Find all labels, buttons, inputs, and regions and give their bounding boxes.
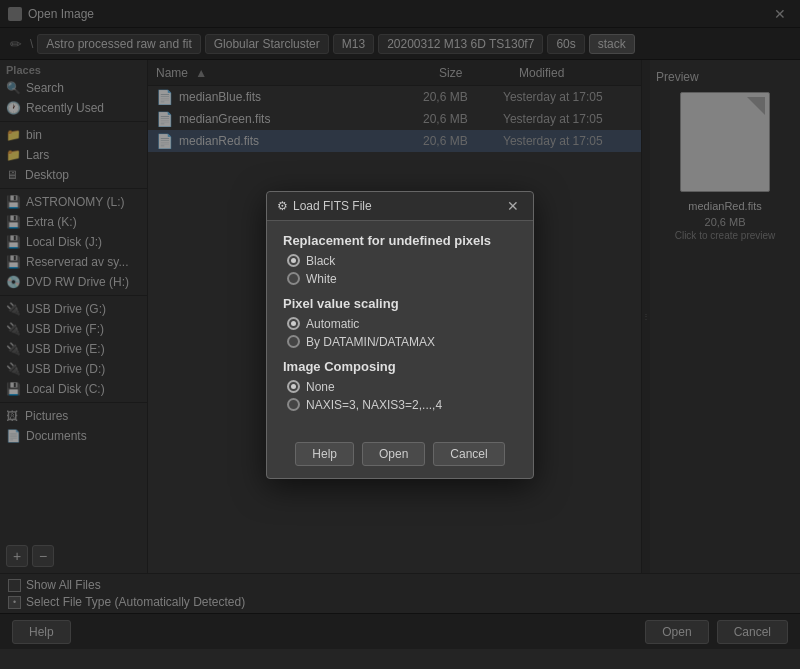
radio-naxis[interactable]: NAXIS=3, NAXIS3=2,...,4 xyxy=(287,398,517,412)
radio-automatic[interactable]: Automatic xyxy=(287,317,517,331)
radio-datamin-btn[interactable] xyxy=(287,335,300,348)
modal-close-button[interactable]: ✕ xyxy=(503,198,523,214)
modal-section-2-title: Image Composing xyxy=(283,359,517,374)
modal-section-1-options: Automatic By DATAMIN/DATAMAX xyxy=(283,317,517,349)
radio-none-label: None xyxy=(306,380,335,394)
modal-help-button[interactable]: Help xyxy=(295,442,354,466)
radio-none[interactable]: None xyxy=(287,380,517,394)
radio-naxis-label: NAXIS=3, NAXIS3=2,...,4 xyxy=(306,398,442,412)
modal-section-0-options: Black White xyxy=(283,254,517,286)
radio-black-label: Black xyxy=(306,254,335,268)
radio-automatic-btn[interactable] xyxy=(287,317,300,330)
modal-cancel-button[interactable]: Cancel xyxy=(433,442,504,466)
modal-title: ⚙ Load FITS File xyxy=(277,199,372,213)
radio-none-btn[interactable] xyxy=(287,380,300,393)
radio-none-dot xyxy=(291,384,296,389)
radio-naxis-btn[interactable] xyxy=(287,398,300,411)
modal-overlay: ⚙ Load FITS File ✕ Replacement for undef… xyxy=(0,0,800,669)
radio-black[interactable]: Black xyxy=(287,254,517,268)
radio-white-btn[interactable] xyxy=(287,272,300,285)
radio-datamin-label: By DATAMIN/DATAMAX xyxy=(306,335,435,349)
modal-section-0-title: Replacement for undefined pixels xyxy=(283,233,517,248)
radio-white[interactable]: White xyxy=(287,272,517,286)
radio-black-btn[interactable] xyxy=(287,254,300,267)
radio-automatic-label: Automatic xyxy=(306,317,359,331)
load-fits-dialog: ⚙ Load FITS File ✕ Replacement for undef… xyxy=(266,191,534,479)
modal-section-2-options: None NAXIS=3, NAXIS3=2,...,4 xyxy=(283,380,517,412)
modal-body: Replacement for undefined pixels Black W… xyxy=(267,221,533,434)
modal-open-button[interactable]: Open xyxy=(362,442,425,466)
radio-datamin[interactable]: By DATAMIN/DATAMAX xyxy=(287,335,517,349)
radio-automatic-dot xyxy=(291,321,296,326)
modal-section-1-title: Pixel value scaling xyxy=(283,296,517,311)
radio-white-label: White xyxy=(306,272,337,286)
modal-footer: Help Open Cancel xyxy=(267,434,533,478)
fits-icon: ⚙ xyxy=(277,199,288,213)
radio-black-dot xyxy=(291,258,296,263)
modal-title-bar: ⚙ Load FITS File ✕ xyxy=(267,192,533,221)
